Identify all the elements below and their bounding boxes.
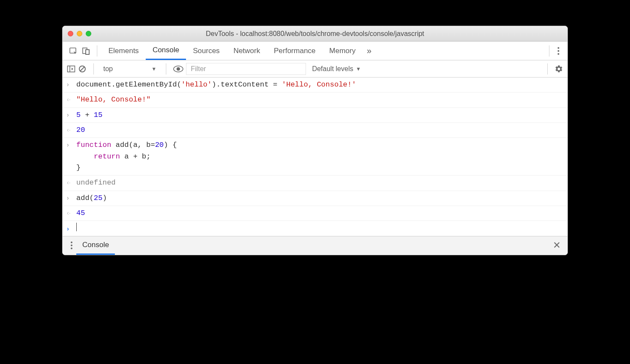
output-chevron-icon: ‹· <box>67 94 76 104</box>
console-input-row: ›function add(a, b=20) { return a + b; } <box>63 138 567 176</box>
main-menu-button[interactable] <box>554 46 563 56</box>
divider <box>97 45 97 57</box>
inspect-element-icon[interactable] <box>67 45 80 57</box>
input-chevron-icon: › <box>67 140 76 150</box>
svg-point-10 <box>177 67 180 71</box>
tab-performance[interactable]: Performance <box>267 42 322 60</box>
device-toolbar-icon[interactable] <box>80 45 93 57</box>
log-levels-label: Default levels <box>312 65 353 73</box>
clear-console-icon[interactable] <box>78 65 87 73</box>
tab-elements[interactable]: Elements <box>102 42 146 60</box>
input-chevron-icon: › <box>67 193 76 203</box>
svg-point-6 <box>558 53 559 55</box>
console-toolbar: top ▼ Default levels ▼ <box>63 60 567 78</box>
console-line-content[interactable]: document.getElementById('hello').textCon… <box>76 79 563 90</box>
zoom-window-button[interactable] <box>86 31 91 36</box>
console-prompt-row[interactable]: › <box>63 221 567 236</box>
tab-console[interactable]: Console <box>146 42 186 60</box>
drawer-tab-console[interactable]: Console <box>76 236 115 255</box>
minimize-window-button[interactable] <box>77 31 82 36</box>
console-output[interactable]: ›document.getElementById('hello').textCo… <box>63 78 567 236</box>
overflow-tabs-button[interactable]: » <box>363 46 376 56</box>
filter-input[interactable] <box>186 63 306 75</box>
panel-tabs: ElementsConsoleSourcesNetworkPerformance… <box>102 42 363 60</box>
divider <box>93 63 94 75</box>
console-input-row: ›add(25) <box>63 191 567 206</box>
svg-point-12 <box>71 245 72 246</box>
console-output-row: ‹·20 <box>63 123 567 138</box>
drawer-tab-label: Console <box>82 241 109 249</box>
tab-memory[interactable]: Memory <box>322 42 362 60</box>
console-line-content[interactable]: undefined <box>76 177 563 188</box>
window-title: DevTools - localhost:8080/web/tools/chro… <box>63 30 567 38</box>
drawer: Console ✕ <box>63 236 567 255</box>
console-line-content[interactable]: add(25) <box>76 193 563 204</box>
console-line-content[interactable]: 5 + 15 <box>76 110 563 121</box>
console-line-content[interactable]: 45 <box>76 208 563 219</box>
output-chevron-icon: ‹· <box>67 125 76 135</box>
console-prompt-input[interactable] <box>76 223 563 234</box>
divider <box>549 45 549 57</box>
console-line-content[interactable]: "Hello, Console!" <box>76 94 563 105</box>
console-input-row: ›5 + 15 <box>63 108 567 123</box>
drawer-menu-button[interactable] <box>67 241 76 250</box>
log-levels-selector[interactable]: Default levels ▼ <box>309 65 364 73</box>
input-chevron-icon: › <box>67 110 76 120</box>
output-chevron-icon: ‹· <box>67 177 76 188</box>
devtools-window: DevTools - localhost:8080/web/tools/chro… <box>62 26 568 255</box>
prompt-chevron-icon: › <box>67 223 76 233</box>
close-window-button[interactable] <box>68 31 73 36</box>
svg-rect-2 <box>86 50 89 54</box>
titlebar[interactable]: DevTools - localhost:8080/web/tools/chro… <box>63 26 567 42</box>
context-label: top <box>103 65 113 73</box>
svg-point-5 <box>558 50 559 52</box>
live-expression-icon[interactable] <box>173 66 183 72</box>
console-line-content[interactable]: 20 <box>76 125 563 136</box>
divider <box>166 63 166 75</box>
input-chevron-icon: › <box>67 79 76 90</box>
tab-sources[interactable]: Sources <box>186 42 226 60</box>
context-selector[interactable]: top ▼ <box>101 64 159 74</box>
svg-point-11 <box>71 242 72 243</box>
console-settings-icon[interactable] <box>555 65 563 73</box>
traffic-lights <box>68 31 91 36</box>
svg-point-13 <box>71 248 72 249</box>
svg-point-4 <box>558 47 559 49</box>
divider <box>547 63 548 75</box>
console-output-row: ‹·"Hello, Console!" <box>63 92 567 107</box>
output-chevron-icon: ‹· <box>67 208 76 218</box>
close-drawer-button[interactable]: ✕ <box>550 240 563 251</box>
console-output-row: ‹·undefined <box>63 176 567 191</box>
svg-rect-7 <box>68 66 75 72</box>
toggle-sidebar-icon[interactable] <box>67 65 75 73</box>
text-cursor <box>76 223 77 231</box>
chevron-down-icon: ▼ <box>356 66 361 72</box>
console-output-row: ‹·45 <box>63 206 567 221</box>
console-line-content[interactable]: function add(a, b=20) { return a + b; } <box>76 140 563 173</box>
console-input-row: ›document.getElementById('hello').textCo… <box>63 78 567 92</box>
panel-tabbar: ElementsConsoleSourcesNetworkPerformance… <box>63 42 567 60</box>
tab-network[interactable]: Network <box>227 42 267 60</box>
chevron-down-icon: ▼ <box>151 66 156 72</box>
